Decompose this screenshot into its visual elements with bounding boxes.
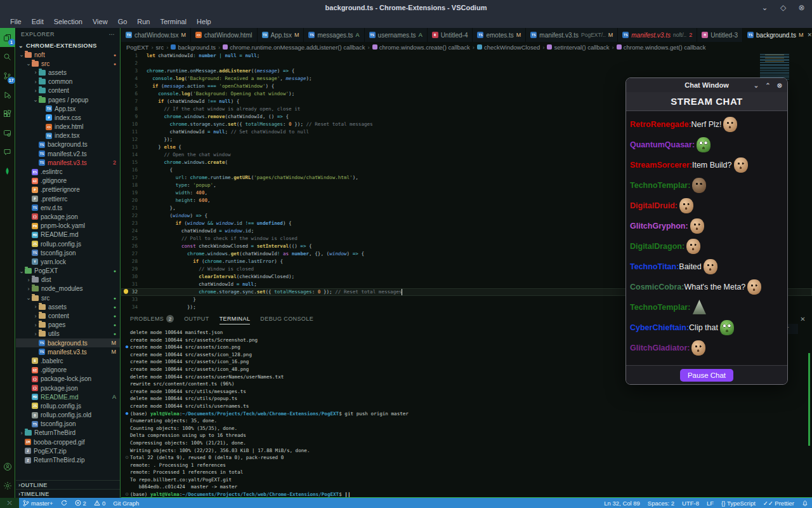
panel-tab-problems[interactable]: PROBLEMS2 xyxy=(130,313,174,324)
tree-item-returnthebird[interactable]: ›ReturnTheBird xyxy=(16,429,120,438)
tree-item-env-d-ts[interactable]: TSenv.d.ts xyxy=(16,203,120,212)
menu-selection[interactable]: Selection xyxy=(49,17,88,27)
breadcrumb-item[interactable]: src xyxy=(156,44,164,51)
status-eol[interactable]: LF xyxy=(703,498,717,508)
tree-item-yarn-lock[interactable]: Yyarn.lock xyxy=(16,257,120,266)
breadcrumbs[interactable]: PogEXT›src›background.ts›chrome.runtime.… xyxy=(121,42,812,52)
tree-item-readme-md[interactable]: MDREADME.md xyxy=(16,231,120,239)
tree-item-dist[interactable]: ›dist xyxy=(16,276,120,284)
tree-item-pogext-zip[interactable]: ZPogEXT.zip xyxy=(16,446,120,455)
lightbulb-icon[interactable] xyxy=(124,289,128,293)
tree-item-readme-md[interactable]: MDREADME.mdA xyxy=(16,392,120,401)
tree-item-src[interactable]: ⌄src● xyxy=(16,293,120,302)
tree-item-app-tsx[interactable]: TXApp.tsx xyxy=(16,104,120,113)
chat-chevron-down-icon[interactable]: ⌄ xyxy=(754,82,759,89)
tab-chatwindow-html[interactable]: <>chatWindow.html xyxy=(191,28,258,42)
tree-item-rollup-config-js[interactable]: JSrollup.config.js xyxy=(16,401,120,410)
activity-item-comments[interactable] xyxy=(0,142,15,161)
minimize-icon[interactable]: ⌄ xyxy=(759,2,770,13)
status-notifications[interactable] xyxy=(798,498,812,508)
pause-chat-button[interactable]: Pause Chat xyxy=(680,369,733,382)
tree-item-package-json[interactable]: {}package.json xyxy=(16,212,120,221)
activity-item-settings[interactable] xyxy=(0,476,15,495)
minimap[interactable] xyxy=(759,54,798,79)
breadcrumb-item[interactable]: background.ts xyxy=(171,44,216,51)
tab-app-tsx[interactable]: TXApp.tsxM xyxy=(258,28,304,42)
activity-item-accounts[interactable] xyxy=(0,457,15,476)
panel-tab-terminal[interactable]: TERMINAL xyxy=(219,314,251,324)
tree-item-rollup-config-js[interactable]: JSrollup.config.js xyxy=(16,239,120,248)
status-prettier[interactable]: ✓✓ Prettier xyxy=(759,498,798,508)
tree-item-tsconfig-json[interactable]: TStsconfig.json xyxy=(16,420,120,429)
menu-view[interactable]: View xyxy=(88,17,113,27)
status-warnings[interactable]: 0 xyxy=(90,498,109,508)
panel-tab-debug-console[interactable]: DEBUG CONSOLE xyxy=(260,314,313,324)
tree-item-index-tsx[interactable]: TXindex.tsx xyxy=(16,131,120,140)
tab-messages-ts[interactable]: TSmessages.tsA xyxy=(304,28,364,42)
chat-chevron-up-icon[interactable]: ⌃ xyxy=(765,82,770,89)
activity-item-source-control[interactable]: 17 xyxy=(0,66,15,85)
tree-item-pages-popup[interactable]: ⌄pages / popup xyxy=(16,95,120,104)
activity-item-mongodb[interactable] xyxy=(0,161,15,180)
tree-item--prettierrc[interactable]: P.prettierrc xyxy=(16,194,120,203)
status-language[interactable]: {} TypeScript xyxy=(717,498,759,508)
breadcrumb-item[interactable]: chrome.windows.get() callback xyxy=(617,44,706,51)
status-encoding[interactable]: UTF-8 xyxy=(678,498,703,508)
outline-section[interactable]: ›OUTLINE xyxy=(16,480,121,489)
tree-item--prettierignore[interactable]: P.prettierignore xyxy=(16,185,120,194)
tab-usernames-ts[interactable]: TSusernames.tsA xyxy=(365,28,428,42)
menu-file[interactable]: File xyxy=(5,17,27,27)
status-branch[interactable]: master+ xyxy=(19,498,57,508)
timeline-section[interactable]: ›TIMELINE xyxy=(16,489,121,498)
tree-item-assets[interactable]: ›assets● xyxy=(16,302,120,311)
tree-item-content[interactable]: ›content xyxy=(16,86,120,95)
tree-item--babelrc[interactable]: B.babelrc xyxy=(16,356,120,365)
panel-scrollbar[interactable] xyxy=(808,353,810,446)
tab-background-ts[interactable]: TSbackground.tsM✕ xyxy=(743,28,812,42)
tree-item-content[interactable]: ›content● xyxy=(16,311,120,320)
tree-item-node-modules[interactable]: ›node_modules xyxy=(16,284,120,293)
chat-close-icon[interactable]: ⊗ xyxy=(777,82,782,89)
tree-item--gitignore[interactable]: GI.gitignore xyxy=(16,177,120,185)
panel-tab-output[interactable]: OUTPUT xyxy=(184,314,209,324)
tab-emotes-ts[interactable]: TSemotes.tsM xyxy=(473,28,526,42)
remote-indicator[interactable]: ⤫ xyxy=(0,498,19,508)
tree-item-background-ts[interactable]: TSbackground.ts xyxy=(16,140,120,149)
tab-untitled-3[interactable]: MUntitled-3 xyxy=(697,28,743,42)
tree-item-returnthebird-zip[interactable]: ZReturnTheBird.zip xyxy=(16,455,120,464)
activity-item-run-debug[interactable] xyxy=(0,85,15,104)
tree-item-rollup-config-js-old[interactable]: Orollup.config.js.old xyxy=(16,411,120,420)
tab-chatwindow-tsx[interactable]: TXchatWindow.tsxM xyxy=(121,28,191,42)
activity-item-extensions[interactable] xyxy=(0,104,15,123)
tree-item-src[interactable]: ⌄src● xyxy=(16,59,120,68)
workspace-header[interactable]: ⌄ CHROME-EXTENSIONS xyxy=(16,41,120,50)
activity-item-search[interactable] xyxy=(0,47,15,66)
tab-close-icon[interactable]: ✕ xyxy=(807,32,812,38)
tree-item-pogext[interactable]: ⌄PogEXT● xyxy=(16,267,120,276)
tree-item-package-json[interactable]: {}package.json xyxy=(16,384,120,392)
panel-close-icon[interactable]: ✕ xyxy=(800,316,806,323)
menu-run[interactable]: Run xyxy=(132,17,155,27)
tab-untitled-4[interactable]: RUntitled-4 xyxy=(428,28,473,42)
menu-help[interactable]: Help xyxy=(192,17,216,27)
tree-item-manifest-v2-ts[interactable]: TSmanifest.v2.ts xyxy=(16,149,120,158)
status-sync[interactable] xyxy=(57,498,71,508)
more-icon[interactable]: ⋯ xyxy=(109,31,115,37)
tree-item-noft[interactable]: ⌄noft● xyxy=(16,50,120,59)
breadcrumb-item[interactable]: chrome.runtime.onMessage.addListener() c… xyxy=(223,44,365,51)
tree-item-assets[interactable]: ›assets xyxy=(16,68,120,77)
status-indentation[interactable]: Spaces: 2 xyxy=(644,498,678,508)
tree-item-pages[interactable]: ›pages● xyxy=(16,321,120,330)
tree-item-tsconfig-json[interactable]: TStsconfig.json xyxy=(16,248,120,257)
breadcrumb-item[interactable]: PogEXT xyxy=(126,44,148,51)
tree-item-index-html[interactable]: <>index.html xyxy=(16,123,120,131)
breadcrumb-item[interactable]: chrome.windows.create() callback xyxy=(372,44,470,51)
status-cursor-position[interactable]: Ln 32, Col 89 xyxy=(600,498,644,508)
tree-item-pnpm-lock-yaml[interactable]: PNpnpm-lock.yaml xyxy=(16,222,120,231)
breadcrumb-item[interactable]: checkWindowClosed xyxy=(477,44,540,51)
tab-manifest-v3-ts[interactable]: TSmanifest.v3.tsnoft/..2 xyxy=(618,28,697,42)
tree-item-manifest-v3-ts[interactable]: TSmanifest.v3.ts2 xyxy=(16,158,120,167)
maximize-icon[interactable]: ◇ xyxy=(778,2,789,13)
status-problems[interactable]: 2 xyxy=(71,498,90,508)
tree-item-booba-cropped-gif[interactable]: IMbooba-cropped.gif xyxy=(16,438,120,446)
